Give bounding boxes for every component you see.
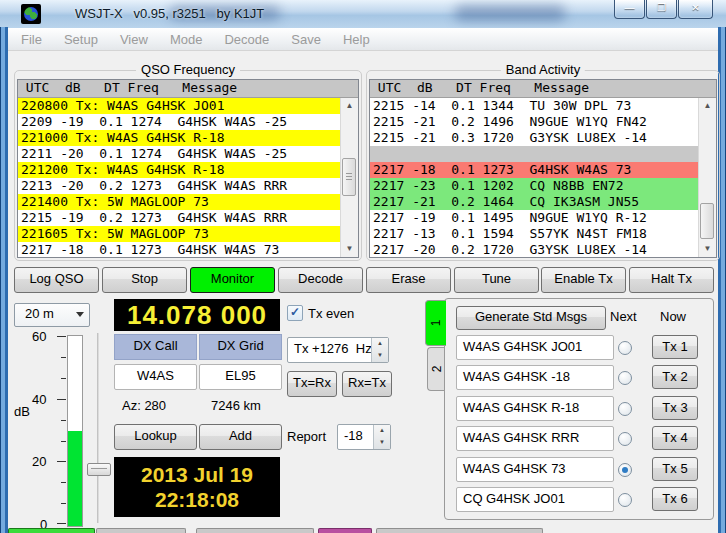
lookup-button[interactable]: Lookup: [114, 424, 197, 450]
log-qso-button[interactable]: Log QSO: [14, 267, 99, 293]
menu-save[interactable]: Save: [288, 31, 324, 48]
menu-help[interactable]: Help: [340, 31, 373, 48]
spinner-arrows[interactable]: ▲▼: [371, 338, 388, 362]
band-selector[interactable]: 20 m: [14, 303, 90, 327]
qso-frequency-title: QSO Frequency: [136, 62, 240, 77]
monitor-button[interactable]: Monitor: [190, 267, 275, 293]
clock-display: 2013 Jul 19 22:18:08: [114, 457, 280, 517]
table-row[interactable]: 2209 -19 0.1 1274 G4HSK W4AS -25: [18, 114, 341, 130]
tx-offset-value[interactable]: Tx +1276 Hz: [294, 338, 372, 360]
meter-tick-label: 20: [32, 454, 46, 469]
close-button[interactable]: ✕: [678, 0, 713, 19]
tx3-next-radio[interactable]: [618, 402, 632, 416]
dx-call-field[interactable]: W4AS: [114, 364, 197, 390]
tx2-next-radio[interactable]: [618, 371, 632, 385]
stop-button[interactable]: Stop: [102, 267, 187, 293]
table-row[interactable]: 221605 Tx: 5W MAGLOOP 73: [18, 226, 341, 242]
spin-down-icon[interactable]: ▼: [374, 437, 390, 449]
scrollbar-thumb[interactable]: [700, 203, 714, 239]
qso-frequency-groupbox: QSO Frequency UTC dB DT Freq Message 220…: [14, 70, 362, 261]
report-spinner[interactable]: -18 ▲▼: [337, 424, 391, 450]
spin-up-icon[interactable]: ▲: [372, 338, 388, 350]
table-row[interactable]: 2215 -14 0.1 1344 TU 30W DPL 73: [370, 98, 699, 114]
report-value[interactable]: -18: [344, 425, 363, 447]
halt-tx-button[interactable]: Halt Tx: [629, 267, 714, 293]
tx-eq-rx-button[interactable]: Tx=Rx: [287, 371, 337, 397]
table-row[interactable]: 2217 -20 0.2 1720 G3YSK LU8EX -14: [370, 242, 699, 257]
minimize-button[interactable]: —: [614, 0, 645, 19]
qso-scrollbar[interactable]: ▲ ▼: [340, 98, 358, 257]
band-scrollbar[interactable]: ▲ ▼: [698, 98, 716, 257]
scrollbar-thumb[interactable]: [342, 158, 356, 196]
table-row[interactable]: 2217 -23 0.1 1202 CQ N8BB EN72: [370, 178, 699, 194]
menu-setup[interactable]: Setup: [61, 31, 101, 48]
table-row[interactable]: 2217 -18 0.1 1273 G4HSK W4AS 73: [18, 242, 341, 257]
dx-grid-field[interactable]: EL95: [199, 364, 282, 390]
tx5-message-field[interactable]: W4AS G4HSK 73: [456, 457, 614, 482]
table-row[interactable]: [370, 146, 699, 162]
scroll-up-icon[interactable]: ▲: [341, 98, 358, 114]
frequency-display: 14.078 000: [114, 299, 280, 331]
tx6-next-radio[interactable]: [618, 493, 632, 507]
scroll-down-icon[interactable]: ▼: [341, 241, 358, 257]
wsjtx-window: WSJT-X v0.95, r3251 by K1JT — ❐ ✕ File S…: [0, 0, 726, 533]
add-button[interactable]: Add: [199, 424, 282, 450]
erase-button[interactable]: Erase: [366, 267, 451, 293]
window-border-left: [0, 27, 8, 533]
table-row[interactable]: 221200 Tx: W4AS G4HSK R-18: [18, 162, 341, 178]
maximize-button[interactable]: ❐: [646, 0, 677, 19]
rx-eq-tx-button[interactable]: Rx=Tx: [342, 371, 392, 397]
dx-call-header: DX Call: [114, 334, 197, 360]
spinner-arrows[interactable]: ▲▼: [373, 425, 390, 449]
menu-file[interactable]: File: [18, 31, 45, 48]
tx1-message-field[interactable]: W4AS G4HSK JO01: [456, 335, 614, 360]
title-bar[interactable]: WSJT-X v0.95, r3251 by K1JT — ❐ ✕: [0, 0, 726, 29]
tx-even-checkbox[interactable]: Tx even: [287, 305, 354, 321]
cutoff-control: [376, 528, 543, 533]
tx3-now-button[interactable]: Tx 3: [652, 396, 698, 420]
menu-mode[interactable]: Mode: [167, 31, 206, 48]
table-row[interactable]: 2217 -18 0.1 1273 G4HSK W4AS 73: [370, 162, 699, 178]
distance-text: 7246 km: [211, 398, 261, 413]
tx5-next-radio[interactable]: [618, 463, 632, 477]
decode-button[interactable]: Decode: [278, 267, 363, 293]
table-row[interactable]: 221000 Tx: W4AS G4HSK R-18: [18, 130, 341, 146]
table-row[interactable]: 2215 -21 0.2 1496 N9GUE W1YQ FN42: [370, 114, 699, 130]
menu-decode[interactable]: Decode: [221, 31, 272, 48]
tx6-now-button[interactable]: Tx 6: [652, 487, 698, 511]
scroll-up-icon[interactable]: ▲: [699, 98, 716, 114]
tx1-now-button[interactable]: Tx 1: [652, 335, 698, 359]
tx4-message-field[interactable]: W4AS G4HSK RRR: [456, 426, 614, 451]
table-row[interactable]: 2215 -21 0.3 1720 G3YSK LU8EX -14: [370, 130, 699, 146]
tx5-now-button[interactable]: Tx 5: [652, 457, 698, 481]
tx-offset-spinner[interactable]: Tx +1276 Hz ▲▼: [287, 337, 389, 363]
tx3-message-field[interactable]: W4AS G4HSK R-18: [456, 396, 614, 421]
table-row[interactable]: 2213 -20 0.2 1273 G4HSK W4AS RRR: [18, 178, 341, 194]
scroll-down-icon[interactable]: ▼: [699, 241, 716, 257]
generate-std-msgs-button[interactable]: Generate Std Msgs: [456, 306, 606, 330]
table-row[interactable]: 2215 -19 0.2 1273 G4HSK W4AS RRR: [18, 210, 341, 226]
checkbox-check-icon[interactable]: [287, 305, 303, 321]
table-row[interactable]: 2217 -19 0.1 1495 N9GUE W1YQ R-12: [370, 210, 699, 226]
band-activity-table: UTC dB DT Freq Message 2215 -14 0.1 1344…: [369, 79, 717, 258]
tx4-now-button[interactable]: Tx 4: [652, 426, 698, 450]
table-row[interactable]: 2211 -20 0.1 1274 G4HSK W4AS -25: [18, 146, 341, 162]
table-row[interactable]: 220800 Tx: W4AS G4HSK JO01: [18, 98, 341, 114]
tab-messages-1[interactable]: 1: [425, 300, 446, 346]
table-row[interactable]: 2217 -13 0.1 1594 S57YK N4ST FM18: [370, 226, 699, 242]
tx6-message-field[interactable]: CQ G4HSK JO01: [456, 487, 614, 512]
tx2-now-button[interactable]: Tx 2: [652, 365, 698, 389]
table-row[interactable]: 221400 Tx: 5W MAGLOOP 73: [18, 194, 341, 210]
meter-unit-label: dB: [14, 404, 30, 419]
table-row[interactable]: 2217 -21 0.2 1464 CQ IK3ASM JN55: [370, 194, 699, 210]
tx2-message-field[interactable]: W4AS G4HSK -18: [456, 365, 614, 390]
level-slider-track[interactable]: [97, 333, 99, 523]
menu-view[interactable]: View: [117, 31, 151, 48]
spin-up-icon[interactable]: ▲: [374, 425, 390, 437]
enable-tx-button[interactable]: Enable Tx: [541, 267, 626, 293]
level-slider-handle[interactable]: [87, 463, 111, 476]
tx1-next-radio[interactable]: [618, 341, 632, 355]
tune-button[interactable]: Tune: [454, 267, 539, 293]
tx4-next-radio[interactable]: [618, 432, 632, 446]
spin-down-icon[interactable]: ▼: [372, 350, 388, 362]
